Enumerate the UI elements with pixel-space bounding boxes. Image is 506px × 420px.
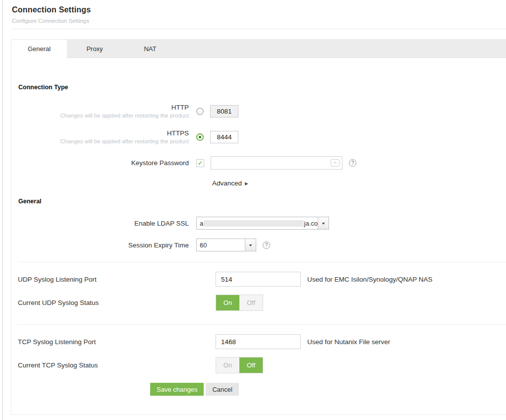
tab-general[interactable]: General xyxy=(11,40,67,58)
section-divider xyxy=(18,324,506,325)
keystore-label-block: Keystore Password xyxy=(11,159,189,167)
keystore-label: Keystore Password xyxy=(11,159,189,167)
tab-nat[interactable]: NAT xyxy=(122,40,178,58)
ldap-dropdown-button[interactable]: ▼ xyxy=(318,217,329,229)
ldap-ssl-label: Enable LDAP SSL xyxy=(11,220,189,227)
keystore-help-icon[interactable]: ? xyxy=(349,159,356,167)
tab-content-general: Connection Type HTTP Changes will be app… xyxy=(11,84,506,415)
http-radio[interactable] xyxy=(196,108,204,115)
udp-syslog-note: Used for EMC Isilon/Synology/QNAP NAS xyxy=(307,276,433,283)
keystore-password-field-wrap: *! xyxy=(211,156,342,170)
section-title-general: General xyxy=(18,198,506,205)
settings-panel: General Proxy NAT Connection Type HTTP C… xyxy=(11,39,506,415)
section-title-connection-type: Connection Type xyxy=(18,84,506,91)
tcp-syslog-port-label: TCP Syslog Listening Port xyxy=(18,338,216,346)
http-row: HTTP Changes will be applied after resta… xyxy=(11,104,506,119)
udp-syslog-port-input[interactable] xyxy=(216,272,301,287)
udp-syslog-status-toggle: On Off xyxy=(216,295,263,311)
section-divider xyxy=(18,262,506,262)
udp-syslog-port-label: UDP Syslog Listening Port xyxy=(18,276,216,283)
chevron-down-icon: ▼ xyxy=(248,243,253,247)
session-expiry-select[interactable]: 60 ▼ xyxy=(196,239,256,251)
ldap-ssl-label-block: Enable LDAP SSL xyxy=(11,220,189,227)
ldap-value-start: a xyxy=(200,220,203,227)
tcp-toggle-on-button[interactable]: On xyxy=(216,358,239,373)
ldap-ssl-selected-value: a ja.co xyxy=(197,220,318,227)
session-expiry-dropdown-button[interactable]: ▼ xyxy=(245,239,256,251)
http-controls xyxy=(196,105,238,118)
session-expiry-label-block: Session Expiry Time xyxy=(11,241,189,249)
ldap-ssl-row: Enable LDAP SSL a ja.co ▼ xyxy=(11,217,506,230)
https-restart-note: Changes will be applied after restarting… xyxy=(11,138,189,144)
udp-syslog-status-label: Current UDP Syslog Status xyxy=(18,299,216,306)
udp-syslog-port-row: UDP Syslog Listening Port Used for EMC I… xyxy=(11,272,506,287)
chevron-down-icon: ▼ xyxy=(321,222,326,225)
tcp-syslog-port-row: TCP Syslog Listening Port Used for Nutan… xyxy=(11,334,506,349)
keystore-password-input[interactable] xyxy=(211,157,325,169)
session-expiry-help-icon[interactable]: ? xyxy=(263,241,270,249)
tcp-toggle-off-button[interactable]: Off xyxy=(239,358,263,373)
ldap-ssl-select[interactable]: a ja.co ▼ xyxy=(196,217,329,230)
session-expiry-row: Session Expiry Time 60 ▼ ? xyxy=(11,239,506,251)
http-restart-note: Changes will be applied after restarting… xyxy=(11,113,189,119)
cancel-button[interactable]: Cancel xyxy=(206,383,238,396)
header-divider xyxy=(12,29,506,29)
page-title: Connection Settings xyxy=(12,5,506,14)
chevron-right-icon: ▶ xyxy=(245,181,248,186)
session-expiry-selected-value: 60 xyxy=(197,241,245,249)
http-label: HTTP xyxy=(11,104,189,111)
page-subtitle: Configure Connection Settings xyxy=(12,18,506,24)
ldap-ssl-controls: a ja.co ▼ xyxy=(196,217,329,230)
check-icon: ✓ xyxy=(198,160,203,166)
https-label-block: HTTPS Changes will be applied after rest… xyxy=(11,129,189,144)
tab-bar: General Proxy NAT xyxy=(11,40,506,58)
udp-syslog-status-row: Current UDP Syslog Status On Off xyxy=(11,295,506,311)
http-port-input[interactable] xyxy=(210,105,238,118)
page-header: Connection Settings Configure Connection… xyxy=(0,0,506,24)
advanced-label: Advanced xyxy=(212,180,242,187)
https-label: HTTPS xyxy=(11,129,189,137)
http-label-block: HTTP Changes will be applied after resta… xyxy=(11,104,189,119)
tcp-syslog-note: Used for Nutanix File server xyxy=(307,338,390,346)
https-row: HTTPS Changes will be applied after rest… xyxy=(11,129,506,144)
sidebar-edge-divider xyxy=(2,0,3,420)
https-controls xyxy=(196,131,238,143)
session-expiry-label: Session Expiry Time xyxy=(11,241,189,249)
form-actions: Save changes Cancel xyxy=(150,383,506,396)
tcp-syslog-status-row: Current TCP Syslog Status On Off xyxy=(11,357,506,373)
password-manager-icon[interactable]: *! xyxy=(331,159,339,167)
ldap-value-end: ja.co xyxy=(304,220,318,227)
keystore-row: Keystore Password ✓ *! ? xyxy=(11,156,506,170)
keystore-controls: ✓ *! ? xyxy=(196,156,356,170)
keystore-checkbox[interactable]: ✓ xyxy=(196,159,204,167)
advanced-link[interactable]: Advanced ▶ xyxy=(212,180,248,187)
session-expiry-value: 60 xyxy=(200,241,207,249)
https-port-input[interactable] xyxy=(210,131,238,143)
udp-toggle-off-button[interactable]: Off xyxy=(239,295,263,310)
save-changes-button[interactable]: Save changes xyxy=(150,383,204,396)
tab-proxy[interactable]: Proxy xyxy=(67,40,122,58)
redaction-bar xyxy=(204,220,303,227)
https-radio[interactable] xyxy=(196,133,204,141)
tcp-syslog-port-input[interactable] xyxy=(216,334,301,349)
session-expiry-controls: 60 ▼ ? xyxy=(196,239,270,251)
tcp-syslog-status-label: Current TCP Syslog Status xyxy=(18,361,216,369)
tcp-syslog-status-toggle: On Off xyxy=(216,357,263,373)
udp-toggle-on-button[interactable]: On xyxy=(216,295,239,310)
